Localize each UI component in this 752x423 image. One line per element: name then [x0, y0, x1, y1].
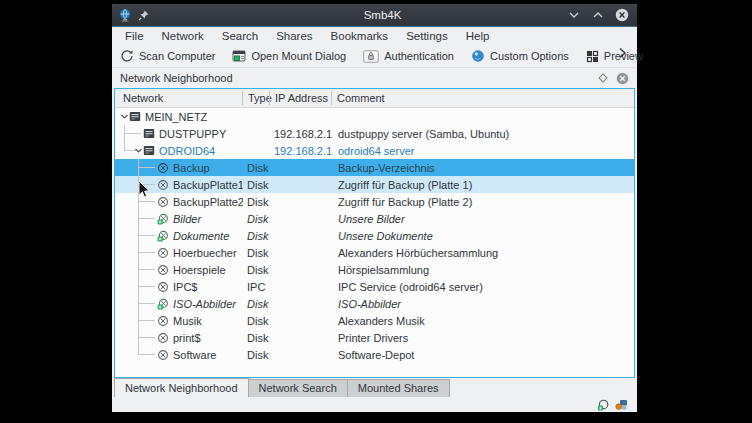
preview-icon	[586, 50, 599, 63]
item-type: Disk	[243, 176, 270, 193]
tab-mounted-shares[interactable]: Mounted Shares	[347, 379, 450, 397]
menu-bookmarks[interactable]: Bookmarks	[322, 27, 398, 45]
network-item-dokumente[interactable]: DokumenteDiskUnsere Dokumente	[115, 227, 634, 244]
network-item-ipc[interactable]: IPC$IPCIPC Service (odroid64 server)	[115, 278, 634, 295]
item-comment: Alexanders Musik	[332, 312, 634, 329]
network-item-hoerspiele[interactable]: HoerspieleDiskHörspielsammlung	[115, 261, 634, 278]
item-ip	[270, 329, 332, 346]
network-item-hoerbuecher[interactable]: HoerbuecherDiskAlexanders Hörbüchersamml…	[115, 244, 634, 261]
network-item-iso-abbilder[interactable]: ISO-AbbilderDiskISO-Abbilder	[115, 295, 634, 312]
authentication-button[interactable]: Authentication	[363, 50, 454, 63]
item-type: Disk	[243, 227, 270, 244]
item-name: ISO-Abbilder	[173, 298, 236, 310]
share-icon	[157, 196, 169, 208]
column-header-type[interactable]: Type	[243, 92, 270, 104]
share-icon	[157, 315, 169, 327]
share-icon	[157, 332, 169, 344]
mounted-emblem-indicator[interactable]	[597, 399, 609, 411]
column-separator[interactable]	[269, 91, 270, 105]
item-ip	[270, 108, 332, 125]
item-comment: IPC Service (odroid64 server)	[332, 278, 634, 295]
network-item-backup[interactable]: BackupDiskBackup-Verzeichnis	[115, 159, 634, 176]
dock-close-button[interactable]	[616, 72, 629, 85]
scan-computer-button[interactable]: Scan Computer	[120, 49, 215, 63]
share-mounted-icon	[157, 213, 169, 225]
item-comment: Backup-Verzeichnis	[332, 159, 634, 176]
window-controls	[527, 8, 637, 22]
item-ip	[270, 244, 332, 261]
menu-settings[interactable]: Settings	[397, 27, 457, 45]
network-status-indicator[interactable]	[615, 399, 627, 411]
column-separator[interactable]	[331, 91, 332, 105]
item-name: Dokumente	[173, 230, 229, 242]
column-header-ip-address[interactable]: IP Address	[270, 92, 332, 104]
network-item-musik[interactable]: MusikDiskAlexanders Musik	[115, 312, 634, 329]
custom-options-button[interactable]: Custom Options	[471, 49, 569, 63]
item-ip	[270, 261, 332, 278]
column-header-network[interactable]: Network	[115, 92, 243, 104]
network-item-odroid64[interactable]: ODROID64192.168.2.102odroid64 server	[115, 142, 634, 159]
network-item-software[interactable]: SoftwareDiskSoftware-Depot	[115, 346, 634, 363]
network-item-bilder[interactable]: BilderDiskUnsere Bilder	[115, 210, 634, 227]
share-icon	[157, 264, 169, 276]
tab-network-search[interactable]: Network Search	[248, 379, 348, 397]
close-button[interactable]	[615, 8, 629, 22]
expander-open-icon[interactable]	[120, 112, 129, 121]
menu-help[interactable]: Help	[457, 27, 499, 45]
menu-network[interactable]: Network	[153, 27, 213, 45]
close-icon	[615, 8, 629, 22]
column-header-comment[interactable]: Comment	[332, 92, 634, 104]
network-item-backupplatte1[interactable]: BackupPlatte1$DiskZugriff für Backup (Pl…	[115, 176, 634, 193]
item-name: Hoerbuecher	[173, 247, 237, 259]
network-item-print[interactable]: print$DiskPrinter Drivers	[115, 329, 634, 346]
item-comment: Hörspielsammlung	[332, 261, 634, 278]
network-item-backupplatte2[interactable]: BackupPlatte2$DiskZugriff für Backup (Pl…	[115, 193, 634, 210]
item-ip	[270, 176, 332, 193]
open-mount-dialog-button[interactable]: Open Mount Dialog	[232, 50, 346, 63]
expander-open-icon[interactable]	[134, 146, 143, 155]
scan-computer-icon	[120, 49, 134, 63]
toolbar-overflow-button[interactable]	[618, 47, 627, 61]
item-type	[243, 125, 270, 142]
preview-button[interactable]: Preview	[586, 50, 643, 63]
tab-network-neighborhood[interactable]: Network Neighborhood	[114, 378, 249, 397]
maximize-button[interactable]	[591, 8, 605, 22]
tree-guide-line	[138, 159, 139, 355]
item-type: Disk	[243, 346, 270, 363]
item-ip	[270, 210, 332, 227]
item-comment: Unsere Dokumente	[332, 227, 634, 244]
item-comment: Printer Drivers	[332, 329, 634, 346]
minimize-button[interactable]	[567, 8, 581, 22]
item-comment: dustpuppy server (Samba, Ubuntu)	[332, 125, 634, 142]
item-name: BackupPlatte2$	[173, 196, 243, 208]
dock-titlebar[interactable]: Network Neighborhood	[112, 67, 637, 88]
item-comment: odroid64 server	[332, 142, 634, 159]
float-icon	[598, 73, 608, 83]
minimize-icon	[568, 11, 580, 19]
custom-options-icon	[471, 49, 485, 63]
item-name: Bilder	[173, 213, 201, 225]
toolbar-button-label: Open Mount Dialog	[251, 50, 346, 62]
mounted-emblem-icon	[597, 399, 609, 411]
menubar: FileNetworkSearchSharesBookmarksSettings…	[112, 27, 637, 45]
network-item-mein-netz[interactable]: MEIN_NETZ	[115, 108, 634, 125]
column-separator[interactable]	[242, 91, 243, 105]
share-icon	[157, 162, 169, 174]
tree-guide-line	[124, 125, 125, 151]
item-name: Backup	[173, 162, 210, 174]
network-neighborhood-view[interactable]: NetworkTypeIP AddressComment MEIN_NETZDU…	[114, 88, 635, 378]
network-item-dustpuppy[interactable]: DUSTPUPPY192.168.2.105dustpuppy server (…	[115, 125, 634, 142]
maximize-icon	[592, 11, 604, 19]
tree-header[interactable]: NetworkTypeIP AddressComment	[115, 89, 634, 108]
menu-search[interactable]: Search	[213, 27, 267, 45]
item-ip	[270, 278, 332, 295]
menu-file[interactable]: File	[116, 27, 153, 45]
item-comment	[332, 108, 634, 125]
item-type	[243, 142, 270, 159]
menu-shares[interactable]: Shares	[267, 27, 321, 45]
item-ip	[270, 312, 332, 329]
item-type: Disk	[243, 312, 270, 329]
desktop: Smb4K FileNetworkSearchSharesBookmarksSe…	[0, 0, 752, 423]
titlebar[interactable]: Smb4K	[112, 4, 637, 27]
float-button[interactable]	[598, 73, 608, 83]
